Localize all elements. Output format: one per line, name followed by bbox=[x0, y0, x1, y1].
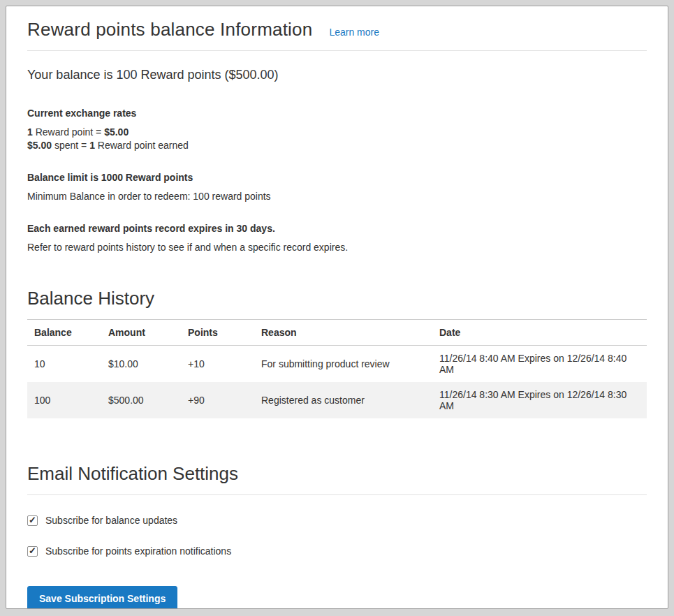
column-header-points: Points bbox=[181, 320, 254, 346]
reward-points-card: Reward points balance Information Learn … bbox=[6, 6, 668, 609]
learn-more-link[interactable]: Learn more bbox=[329, 27, 379, 38]
balance-summary: Your balance is 100 Reward points ($500.… bbox=[27, 68, 647, 82]
balance-history-table: Balance Amount Points Reason Date 10 $10… bbox=[27, 319, 647, 418]
cell-balance: 10 bbox=[27, 346, 101, 383]
expiration-heading: Each earned reward points record expires… bbox=[27, 223, 647, 234]
exchange-rate-2-points: 1 bbox=[89, 140, 95, 151]
exchange-rates-block: Current exchange rates 1 Reward point = … bbox=[27, 108, 647, 152]
email-settings-header: Email Notification Settings bbox=[27, 463, 647, 495]
cell-reason: Registered as customer bbox=[254, 382, 432, 418]
points-expiration-option: Subscribe for points expiration notifica… bbox=[27, 545, 647, 557]
cell-points: +90 bbox=[181, 382, 254, 418]
balance-limit-block: Balance limit is 1000 Reward points Mini… bbox=[27, 172, 647, 203]
cell-date: 11/26/14 8:40 AM Expires on 12/26/14 8:4… bbox=[432, 346, 647, 383]
column-header-amount: Amount bbox=[101, 320, 181, 346]
exchange-rate-line-2: $5.00 spent = 1 Reward point earned bbox=[27, 139, 647, 152]
exchange-rate-line-1: 1 Reward point = $5.00 bbox=[27, 126, 647, 139]
balance-updates-checkbox[interactable] bbox=[27, 515, 38, 526]
table-row: 100 $500.00 +90 Registered as customer 1… bbox=[27, 382, 647, 418]
column-header-reason: Reason bbox=[254, 320, 432, 346]
exchange-rate-1-text: Reward point = bbox=[33, 126, 104, 138]
table-row: 10 $10.00 +10 For submitting product rev… bbox=[27, 346, 647, 383]
save-subscription-settings-button[interactable]: Save Subscription Settings bbox=[27, 586, 177, 609]
exchange-rates-heading: Current exchange rates bbox=[27, 108, 647, 119]
cell-date: 11/26/14 8:30 AM Expires on 12/26/14 8:3… bbox=[432, 382, 647, 418]
cell-reason: For submitting product review bbox=[254, 346, 432, 383]
cell-balance: 100 bbox=[27, 382, 101, 418]
table-header-row: Balance Amount Points Reason Date bbox=[27, 320, 647, 346]
expiration-block: Each earned reward points record expires… bbox=[27, 223, 647, 254]
points-expiration-label[interactable]: Subscribe for points expiration notifica… bbox=[45, 545, 231, 557]
exchange-rate-1-amount: $5.00 bbox=[104, 126, 129, 138]
exchange-rate-2-amount: $5.00 bbox=[27, 140, 52, 151]
column-header-balance: Balance bbox=[27, 320, 101, 346]
points-expiration-checkbox[interactable] bbox=[27, 546, 38, 557]
exchange-rate-1-points: 1 bbox=[27, 126, 33, 138]
balance-updates-label[interactable]: Subscribe for balance updates bbox=[45, 515, 177, 526]
cell-amount: $10.00 bbox=[101, 346, 181, 383]
column-header-date: Date bbox=[432, 320, 647, 346]
exchange-rate-2-suffix: Reward point earned bbox=[95, 140, 189, 151]
balance-limit-heading: Balance limit is 1000 Reward points bbox=[27, 172, 647, 183]
email-settings-heading: Email Notification Settings bbox=[27, 463, 647, 485]
cell-amount: $500.00 bbox=[101, 382, 181, 418]
balance-updates-option: Subscribe for balance updates bbox=[27, 515, 647, 526]
exchange-rate-2-text: spent = bbox=[52, 140, 89, 151]
page-header: Reward points balance Information Learn … bbox=[27, 19, 647, 51]
expiration-note: Refer to reward points history to see if… bbox=[27, 241, 647, 254]
balance-history-heading: Balance History bbox=[27, 288, 647, 309]
minimum-balance-line: Minimum Balance in order to redeem: 100 … bbox=[27, 190, 647, 203]
cell-points: +10 bbox=[181, 346, 254, 383]
page-title: Reward points balance Information bbox=[27, 19, 312, 41]
